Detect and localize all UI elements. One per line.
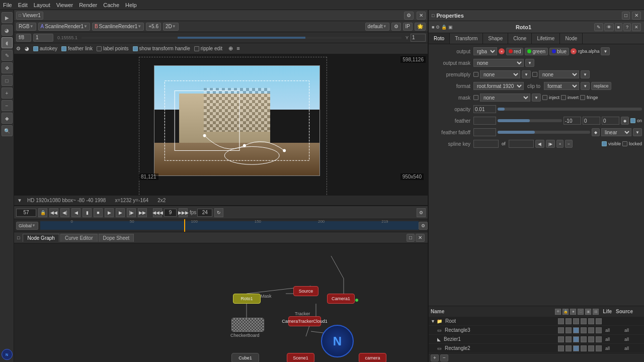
rect3-icon2[interactable] — [566, 327, 572, 333]
showtransform-checkbox[interactable] — [133, 46, 138, 51]
tab-transform[interactable]: Transform — [450, 33, 483, 44]
output-menu-btn[interactable]: ▼ — [601, 47, 610, 55]
prev-keyframe-btn[interactable]: ◀| — [60, 208, 69, 217]
layer-row-bezier1[interactable]: ◣ Bezier1 all all — [429, 335, 644, 344]
bezier1-icon1[interactable] — [558, 336, 564, 342]
node-camera2[interactable]: camera — [359, 353, 386, 362]
next-frame-btn[interactable]: ▶ — [116, 208, 125, 217]
inject-check[interactable] — [542, 95, 547, 100]
alpha-remove-btn[interactable]: × — [571, 48, 577, 54]
fringe-check[interactable] — [580, 95, 585, 100]
rect3-icon6[interactable] — [596, 327, 602, 333]
tab-node[interactable]: Node — [560, 33, 583, 44]
node-checkerboard[interactable] — [231, 318, 264, 332]
featherlink-checkbox-label[interactable]: feather link — [61, 46, 93, 51]
render-a-btn[interactable]: A ScanlineRender1 ▼ — [38, 23, 90, 31]
premultiply-menu2-btn[interactable]: ▼ — [581, 70, 590, 78]
bezier1-icon5[interactable] — [588, 336, 594, 342]
nodegraph-float-btn[interactable]: □ — [407, 234, 415, 242]
rippleedit-checkbox[interactable] — [194, 46, 199, 51]
rect2-icon6[interactable] — [596, 345, 602, 351]
premultiply-menu1-btn[interactable]: ▼ — [522, 70, 531, 78]
feather-val1[interactable] — [564, 117, 581, 125]
menu-layout[interactable]: Layout — [34, 2, 50, 8]
rect3-icon3[interactable] — [573, 327, 579, 333]
current-frame-input[interactable] — [16, 209, 36, 217]
premultiply-check2[interactable] — [532, 72, 537, 77]
node-edit-btn[interactable]: ✎ — [594, 23, 603, 31]
autokey-checkbox-label[interactable]: autokey — [33, 46, 57, 51]
bezier1-icon4[interactable] — [581, 336, 587, 342]
tab-shape[interactable]: Shape — [483, 33, 508, 44]
menu-cache[interactable]: Cache — [103, 2, 119, 8]
visible-check[interactable] — [602, 141, 607, 146]
bezier1-icon6[interactable] — [596, 336, 602, 342]
timeline-settings-btn[interactable]: ⚙ — [417, 208, 426, 217]
bezier-tool[interactable]: ◖ — [2, 37, 13, 48]
prev-btn2[interactable]: ▮ — [83, 208, 92, 217]
viewer-settings-btn[interactable]: ⚙ — [404, 12, 414, 20]
rippleedit-checkbox-label[interactable]: ripple edit — [194, 46, 222, 51]
splinekey-input[interactable] — [473, 140, 499, 148]
frame-input-btn[interactable]: 1 — [33, 34, 53, 42]
timeline-end-btn[interactable]: ⚙ — [419, 222, 428, 230]
menu-edit[interactable]: Edit — [18, 2, 28, 8]
outputmask-select[interactable]: none — [473, 59, 524, 67]
remove-layer-btn[interactable]: − — [440, 354, 448, 361]
featherfalloff-menu-btn[interactable]: ▼ — [633, 128, 642, 136]
display-btn[interactable]: default ▼ — [365, 23, 389, 31]
replace-btn[interactable]: replace — [591, 82, 611, 90]
settings2-btn[interactable]: ⚙ — [391, 23, 401, 31]
node-camera1[interactable]: Camera1 — [327, 294, 355, 304]
node-tracker[interactable]: CameraTrackerCloud1 — [288, 316, 321, 326]
root-icon2[interactable] — [566, 318, 572, 324]
root-icon4[interactable] — [581, 318, 587, 324]
node-source[interactable]: Source — [293, 286, 318, 296]
select-tool[interactable]: ▶ — [2, 12, 13, 23]
add-point-tool[interactable]: + — [2, 87, 13, 99]
splinekey-prev-btn[interactable]: ◀| — [535, 140, 544, 148]
red-remove-btn[interactable]: × — [499, 48, 505, 54]
output-select[interactable]: rgba — [473, 47, 497, 55]
feather-slider[interactable] — [498, 119, 562, 122]
gamma-btn[interactable]: f/8 — [16, 34, 31, 42]
rect3-icon4[interactable] — [581, 327, 587, 333]
ip-btn[interactable]: IP — [403, 23, 413, 31]
remove-point-tool[interactable]: − — [2, 100, 13, 111]
root-icon3[interactable] — [573, 318, 579, 324]
viewer-dropdown-icon[interactable]: ▼ — [17, 198, 22, 203]
splinekey-of-input[interactable] — [509, 140, 534, 148]
node-canvas[interactable]: Roto1 Mask Source Camera1 — [14, 243, 428, 362]
clipto-select[interactable]: format — [544, 82, 579, 90]
clipto-menu-btn[interactable]: ▼ — [581, 82, 590, 90]
node-roto1[interactable]: Roto1 — [233, 294, 261, 304]
step-fwd-btn[interactable]: ▶▶▶ — [179, 208, 188, 217]
tab-roto[interactable]: Roto — [429, 33, 450, 44]
node-cube1[interactable]: Cube1 — [231, 353, 259, 362]
outputmask-menu-btn[interactable]: ▼ — [525, 59, 534, 67]
labelpoints-checkbox-label[interactable]: label points — [97, 46, 129, 51]
channel-mode-btn[interactable]: RGB ▼ — [16, 23, 36, 31]
node-visible-btn[interactable]: 👁 — [604, 23, 614, 31]
featherfalloff-slider[interactable] — [498, 131, 590, 134]
layer-row-root[interactable]: ▼ 📁 Root — [429, 317, 644, 326]
premultiply-select2[interactable]: none — [539, 70, 579, 78]
rect2-icon2[interactable] — [566, 345, 572, 351]
root-expand-icon[interactable]: ▼ — [431, 319, 435, 324]
step-back-btn[interactable]: ◀◀◀ — [153, 208, 162, 217]
green-channel-pill[interactable]: green — [525, 48, 548, 55]
mask-menu-btn[interactable]: ▼ — [532, 94, 541, 102]
menu-render[interactable]: Render — [79, 2, 97, 8]
splinekey-add-btn[interactable]: + — [556, 140, 564, 148]
featherfalloff-anim-btn[interactable]: ◆ — [592, 128, 600, 136]
rect3-icon5[interactable] — [588, 327, 594, 333]
invert-check[interactable] — [561, 95, 566, 100]
nuke-logo-node[interactable]: N — [321, 325, 354, 357]
icon-add[interactable]: ⊕ — [228, 45, 233, 51]
splinekey-next-btn[interactable]: |▶ — [546, 140, 555, 148]
go-start-btn[interactable]: ◀◀ — [49, 208, 58, 217]
tab-dopesheet[interactable]: Dope Sheet — [99, 234, 134, 242]
node-color-btn[interactable]: ■ — [615, 23, 622, 31]
layer-row-rect2[interactable]: ▭ Rectangle2 all all — [429, 344, 644, 353]
feather-left-input[interactable] — [473, 117, 496, 125]
